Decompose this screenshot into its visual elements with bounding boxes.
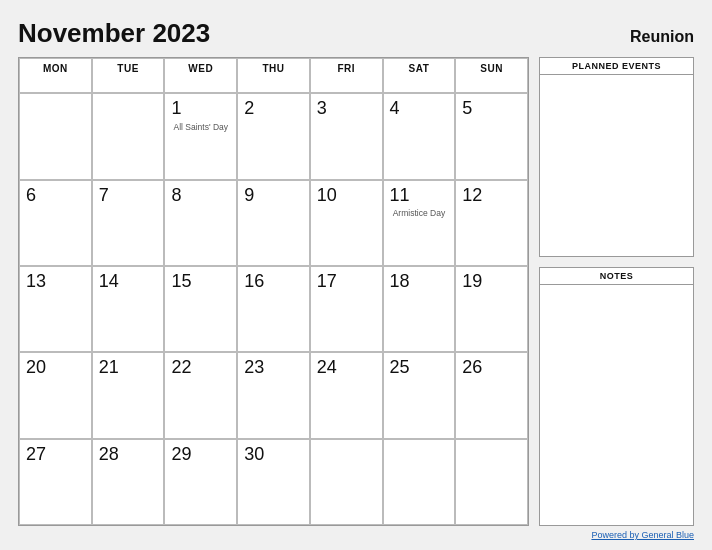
- day-cell-12: 12: [455, 180, 528, 266]
- planned-events-box: PLANNED EVENTS: [539, 57, 694, 257]
- day-number: 28: [99, 444, 119, 466]
- day-cell-18: 18: [383, 266, 456, 352]
- day-number: 14: [99, 271, 119, 293]
- day-cell: [455, 439, 528, 525]
- day-cell: [92, 93, 165, 179]
- calendar-grid: MON TUE WED THU FRI SAT SUN 1 All Saints…: [19, 58, 528, 525]
- col-header-thu: THU: [237, 58, 310, 93]
- day-number: 18: [390, 271, 410, 293]
- day-cell-5: 5: [455, 93, 528, 179]
- day-number: 25: [390, 357, 410, 379]
- day-cell-3: 3: [310, 93, 383, 179]
- day-cell-10: 10: [310, 180, 383, 266]
- day-number: 2: [244, 98, 254, 120]
- notes-body: [540, 285, 693, 525]
- day-cell-15: 15: [164, 266, 237, 352]
- footer: Powered by General Blue: [18, 530, 694, 540]
- day-cell: [19, 93, 92, 179]
- col-header-sun: SUN: [455, 58, 528, 93]
- day-cell-11: 11 Armistice Day: [383, 180, 456, 266]
- notes-title: NOTES: [540, 268, 693, 285]
- day-cell-24: 24: [310, 352, 383, 438]
- day-number: 8: [171, 185, 181, 207]
- day-cell-13: 13: [19, 266, 92, 352]
- day-cell-27: 27: [19, 439, 92, 525]
- day-number: 15: [171, 271, 191, 293]
- day-cell-29: 29: [164, 439, 237, 525]
- day-number: 30: [244, 444, 264, 466]
- day-number: 12: [462, 185, 482, 207]
- day-number: 27: [26, 444, 46, 466]
- day-number: 24: [317, 357, 337, 379]
- day-cell-21: 21: [92, 352, 165, 438]
- footer-link[interactable]: Powered by General Blue: [591, 530, 694, 540]
- day-number: 22: [171, 357, 191, 379]
- day-number: 1: [171, 98, 181, 120]
- sidebar: PLANNED EVENTS NOTES: [539, 57, 694, 526]
- day-cell-4: 4: [383, 93, 456, 179]
- calendar-title: November 2023: [18, 18, 210, 49]
- day-number: 20: [26, 357, 46, 379]
- day-cell: [310, 439, 383, 525]
- planned-events-title: PLANNED EVENTS: [540, 58, 693, 75]
- calendar: MON TUE WED THU FRI SAT SUN 1 All Saints…: [18, 57, 529, 526]
- day-cell-9: 9: [237, 180, 310, 266]
- day-cell-8: 8: [164, 180, 237, 266]
- day-number: 17: [317, 271, 337, 293]
- day-cell-1: 1 All Saints' Day: [164, 93, 237, 179]
- day-number: 13: [26, 271, 46, 293]
- day-number: 21: [99, 357, 119, 379]
- day-event: Armistice Day: [390, 208, 449, 218]
- planned-events-body: [540, 75, 693, 256]
- day-number: 19: [462, 271, 482, 293]
- day-cell-23: 23: [237, 352, 310, 438]
- col-header-wed: WED: [164, 58, 237, 93]
- day-cell-7: 7: [92, 180, 165, 266]
- day-number: 9: [244, 185, 254, 207]
- col-header-mon: MON: [19, 58, 92, 93]
- day-number: 11: [390, 185, 410, 207]
- page: November 2023 Reunion MON TUE WED THU FR…: [0, 0, 712, 550]
- day-cell-14: 14: [92, 266, 165, 352]
- day-number: 7: [99, 185, 109, 207]
- day-event: All Saints' Day: [171, 122, 230, 132]
- day-number: 26: [462, 357, 482, 379]
- day-number: 10: [317, 185, 337, 207]
- day-cell-6: 6: [19, 180, 92, 266]
- day-cell-28: 28: [92, 439, 165, 525]
- main-content: MON TUE WED THU FRI SAT SUN 1 All Saints…: [18, 57, 694, 526]
- col-header-fri: FRI: [310, 58, 383, 93]
- day-number: 5: [462, 98, 472, 120]
- day-cell-19: 19: [455, 266, 528, 352]
- day-cell-2: 2: [237, 93, 310, 179]
- day-number: 29: [171, 444, 191, 466]
- day-number: 6: [26, 185, 36, 207]
- day-cell-30: 30: [237, 439, 310, 525]
- header: November 2023 Reunion: [18, 18, 694, 49]
- day-cell-26: 26: [455, 352, 528, 438]
- day-cell-17: 17: [310, 266, 383, 352]
- col-header-sat: SAT: [383, 58, 456, 93]
- day-number: 4: [390, 98, 400, 120]
- day-cell-25: 25: [383, 352, 456, 438]
- notes-box: NOTES: [539, 267, 694, 526]
- day-cell: [383, 439, 456, 525]
- day-number: 16: [244, 271, 264, 293]
- region-label: Reunion: [630, 28, 694, 46]
- day-number: 23: [244, 357, 264, 379]
- day-cell-16: 16: [237, 266, 310, 352]
- day-cell-22: 22: [164, 352, 237, 438]
- day-cell-20: 20: [19, 352, 92, 438]
- day-number: 3: [317, 98, 327, 120]
- col-header-tue: TUE: [92, 58, 165, 93]
